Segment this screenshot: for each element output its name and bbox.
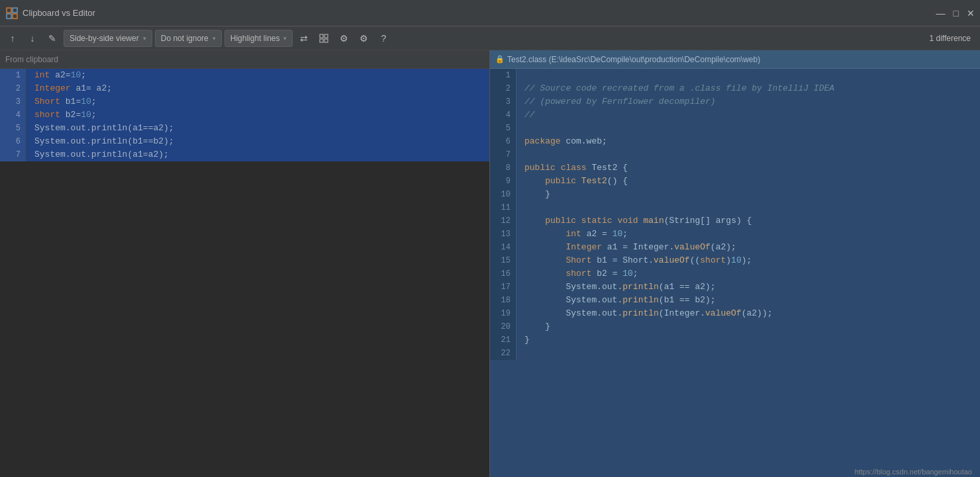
line-number: 15 xyxy=(490,254,516,267)
difference-count: 1 difference xyxy=(930,34,977,43)
line-content xyxy=(516,69,524,82)
line-content: } xyxy=(516,188,550,201)
line-number: 9 xyxy=(490,175,516,188)
grid-icon-button[interactable] xyxy=(315,30,332,47)
line-number: 4 xyxy=(490,108,516,122)
line-content: public static void main(String[] args) { xyxy=(516,214,752,228)
line-content xyxy=(516,148,524,161)
down-arrow-button[interactable]: ↓ xyxy=(24,30,41,47)
table-row: 20 } xyxy=(490,320,980,333)
line-content: System.out.println(a1=a2); xyxy=(26,148,169,161)
line-number: 13 xyxy=(490,228,516,241)
line-number: 22 xyxy=(490,347,516,360)
line-number: 20 xyxy=(490,320,516,333)
table-row: 7 xyxy=(490,148,980,161)
line-content: int a2=10; xyxy=(26,69,86,82)
left-code-lines: 1 int a2=10; 2 Integer a1= a2; 3 Short b… xyxy=(0,69,489,161)
table-row: 10 } xyxy=(490,188,980,201)
table-row: 1 int a2=10; xyxy=(0,69,489,82)
window-controls: — □ ✕ xyxy=(936,8,975,19)
viewer-chevron-icon: ▾ xyxy=(143,35,146,42)
table-row: 3 // (powered by Fernflower decompiler) xyxy=(490,95,980,108)
line-number: 10 xyxy=(490,188,516,201)
ignore-dropdown[interactable]: Do not ignore ▾ xyxy=(155,30,222,47)
line-content: package com.web; xyxy=(516,135,607,148)
line-number: 21 xyxy=(490,333,516,347)
table-row: 6 System.out.println(b1==b2); xyxy=(0,135,489,148)
maximize-button[interactable]: □ xyxy=(954,8,959,19)
viewer-dropdown[interactable]: Side-by-side viewer ▾ xyxy=(64,30,152,47)
footer-url: https://blog.csdn.net/bangemihoutao xyxy=(855,468,972,476)
line-number: 6 xyxy=(0,135,26,148)
minimize-button[interactable]: — xyxy=(936,8,946,19)
line-content xyxy=(516,122,524,135)
main-content: From clipboard 1 int a2=10; 2 Integer a1… xyxy=(0,50,980,477)
table-row: 3 Short b1=10; xyxy=(0,95,489,108)
line-content: Short b1=10; xyxy=(26,95,97,108)
line-content: } xyxy=(516,333,530,347)
line-number: 11 xyxy=(490,201,516,214)
line-number: 14 xyxy=(490,241,516,254)
line-content: short b2=10; xyxy=(26,108,97,122)
line-number: 7 xyxy=(490,148,516,161)
right-code-area[interactable]: 1 2 // Source code recreated from a .cla… xyxy=(490,69,980,477)
ignore-chevron-icon: ▾ xyxy=(213,35,216,42)
edit-button[interactable]: ✎ xyxy=(44,30,61,47)
highlight-chevron-icon: ▾ xyxy=(283,35,287,42)
right-panel: 🔒 Test2.class (E:\ideaSrc\DeCompile\out\… xyxy=(490,50,980,477)
line-number: 1 xyxy=(0,69,26,82)
help-icon-button[interactable]: ? xyxy=(375,30,392,47)
table-row: 19 System.out.println(Integer.valueOf(a2… xyxy=(490,307,980,320)
line-content: System.out.println(b1==b2); xyxy=(26,135,174,148)
table-row: 22 xyxy=(490,347,980,360)
viewer-label: Side-by-side viewer xyxy=(70,34,139,43)
line-number: 7 xyxy=(0,148,26,161)
highlight-label: Highlight lines xyxy=(230,34,280,43)
table-row: 15 Short b1 = Short.valueOf((short)10); xyxy=(490,254,980,267)
table-row: 1 xyxy=(490,69,980,82)
svg-rect-1 xyxy=(13,8,17,13)
line-content: // (powered by Fernflower decompiler) xyxy=(516,95,716,108)
line-content: Short b1 = Short.valueOf((short)10); xyxy=(516,254,752,267)
svg-rect-0 xyxy=(7,8,11,13)
table-row: 2 // Source code recreated from a .class… xyxy=(490,82,980,95)
svg-rect-4 xyxy=(320,34,323,38)
up-arrow-button[interactable]: ↑ xyxy=(4,30,21,47)
line-number: 17 xyxy=(490,281,516,294)
line-number: 6 xyxy=(490,135,516,148)
svg-rect-3 xyxy=(13,14,17,19)
left-panel-header: From clipboard xyxy=(0,50,489,69)
sync-icon-button[interactable]: ⚙ xyxy=(355,30,372,47)
line-content: System.out.println(a1 == a2); xyxy=(516,281,716,294)
table-row: 17 System.out.println(a1 == a2); xyxy=(490,281,980,294)
line-number: 3 xyxy=(490,95,516,108)
swap-icon-button[interactable]: ⇄ xyxy=(295,30,313,47)
line-content: System.out.println(Integer.valueOf(a2)); xyxy=(516,307,772,320)
left-code-area[interactable]: 1 int a2=10; 2 Integer a1= a2; 3 Short b… xyxy=(0,69,489,477)
app-icon xyxy=(5,7,19,20)
ignore-label: Do not ignore xyxy=(161,34,209,43)
line-content xyxy=(516,347,524,360)
table-row: 12 public static void main(String[] args… xyxy=(490,214,980,228)
line-content: public Test2() { xyxy=(516,175,628,188)
line-number: 3 xyxy=(0,95,26,108)
line-number: 5 xyxy=(490,122,516,135)
line-number: 2 xyxy=(490,82,516,95)
table-row: 11 xyxy=(490,201,980,214)
toolbar: ↑ ↓ ✎ Side-by-side viewer ▾ Do not ignor… xyxy=(0,26,980,50)
svg-rect-5 xyxy=(324,34,328,38)
left-panel-title: From clipboard xyxy=(5,55,58,64)
footer: https://blog.csdn.net/bangemihoutao xyxy=(847,466,980,477)
table-row: 2 Integer a1= a2; xyxy=(0,82,489,95)
table-row: 21 } xyxy=(490,333,980,347)
line-content: System.out.println(b1 == b2); xyxy=(516,294,716,307)
window-title: Clipboard vs Editor xyxy=(23,8,936,18)
lock-icon: 🔒 xyxy=(495,55,505,64)
settings-icon-button[interactable]: ⚙ xyxy=(335,30,352,47)
line-number: 19 xyxy=(490,307,516,320)
line-content: Integer a1 = Integer.valueOf(a2); xyxy=(516,241,736,254)
table-row: 4 // xyxy=(490,108,980,122)
table-row: 16 short b2 = 10; xyxy=(490,267,980,281)
close-button[interactable]: ✕ xyxy=(967,8,975,19)
highlight-dropdown[interactable]: Highlight lines ▾ xyxy=(224,30,293,47)
